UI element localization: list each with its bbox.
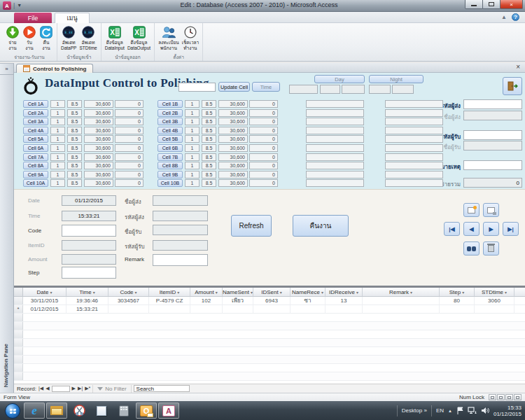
sort-dropdown-icon[interactable]: ▾ (280, 290, 282, 295)
help-icon[interactable]: ? (512, 13, 519, 21)
new-record-icon[interactable]: ▶* (85, 385, 90, 392)
detail-remark-input[interactable] (153, 254, 208, 266)
row-selector[interactable]: * (14, 305, 23, 313)
row-selector[interactable] (14, 347, 23, 355)
cell-button-cell-5b[interactable]: Cell 5B (158, 135, 183, 143)
cell-field[interactable]: 1 (185, 100, 200, 108)
cell-field[interactable]: 8.5 (202, 118, 216, 125)
table-row[interactable]: 30/11/201519:36:463034567P-4579 CZ102เพี… (14, 297, 525, 305)
cell-button-cell-4a[interactable]: Cell 4A (23, 127, 48, 134)
cell-field[interactable]: 8.5 (67, 127, 82, 134)
cell-button-cell-1a[interactable]: Cell 1A (23, 100, 48, 108)
table-cell[interactable]: 6943 (253, 297, 290, 304)
table-row-empty[interactable] (14, 356, 525, 364)
cell-field[interactable]: 8.5 (67, 118, 82, 125)
find-button[interactable] (463, 241, 479, 255)
cell-field[interactable]: 8.5 (67, 109, 82, 117)
cell-update-input[interactable] (178, 83, 216, 92)
cell-field[interactable]: 8.5 (202, 127, 216, 134)
taskbar-snipping-tool-icon[interactable] (69, 402, 90, 419)
column-header-stdtime[interactable]: STDtime▾ (475, 288, 514, 296)
volume-icon[interactable] (481, 407, 489, 414)
cell-field[interactable]: 30,600 (84, 135, 113, 143)
cell-field[interactable]: 0 (115, 109, 144, 117)
column-header-idsent[interactable]: IDSent▾ (253, 288, 290, 296)
table-row-empty[interactable] (14, 364, 525, 372)
cell-field[interactable]: 0 (115, 118, 144, 125)
table-row-empty[interactable] (14, 347, 525, 356)
update-stdtime-button[interactable]: 8:88 อัพเดท STDtime (78, 24, 97, 50)
cell-field[interactable]: 30,600 (84, 179, 113, 187)
table-cell[interactable]: P-4579 CZ (149, 297, 190, 304)
refresh-button[interactable]: Refresh (231, 215, 272, 237)
cell-button-cell-10a[interactable]: Cell 10A (23, 179, 48, 187)
cell-field[interactable]: 8.5 (202, 153, 216, 161)
cell-field[interactable]: 30,600 (218, 179, 248, 187)
minimize-button[interactable] (465, 0, 483, 9)
cell-field[interactable]: 8.5 (67, 179, 82, 187)
column-header-namesent[interactable]: NameSent▾ (223, 288, 253, 296)
table-cell[interactable] (363, 297, 440, 304)
cell-field[interactable]: 1 (50, 100, 65, 108)
update-cell-button[interactable]: Update Cell (218, 82, 250, 92)
cell-field[interactable]: 1 (50, 171, 65, 178)
cell-button-cell-9b[interactable]: Cell 9B (158, 171, 183, 178)
navigation-pane-shutter[interactable]: » Navigation Pane (0, 63, 14, 393)
column-header-namerece[interactable]: NameRece▾ (290, 288, 326, 296)
search-input[interactable]: Search (134, 385, 190, 392)
cell-field[interactable]: 1 (185, 118, 200, 125)
return-work-form-button[interactable]: คืนงาน (293, 215, 349, 237)
taskbar-access-icon[interactable]: A (158, 402, 179, 419)
table-cell[interactable]: 3060 (475, 297, 514, 304)
row-selector[interactable] (14, 314, 23, 321)
cell-field[interactable]: 30,600 (84, 162, 113, 169)
cell-field[interactable]: 8.5 (67, 135, 82, 143)
exit-button[interactable] (503, 77, 522, 95)
table-cell[interactable]: 3034567 (108, 297, 149, 304)
cell-field[interactable]: 0 (115, 144, 144, 152)
sort-dropdown-icon[interactable]: ▾ (321, 290, 323, 295)
row-selector[interactable] (14, 297, 23, 304)
last-record-icon[interactable]: ▶| (78, 385, 83, 392)
cell-field[interactable]: 30,600 (84, 127, 113, 134)
desktop-toolbar[interactable]: Desktop » (402, 407, 427, 414)
cell-field[interactable]: 0 (249, 144, 278, 152)
cell-field[interactable]: 1 (50, 144, 65, 152)
cell-field[interactable]: 1 (185, 109, 200, 117)
cell-button-cell-9a[interactable]: Cell 9A (23, 171, 48, 178)
table-cell[interactable]: 19:36:46 (66, 297, 108, 304)
language-indicator[interactable]: EN (436, 407, 444, 414)
cell-button-cell-10b[interactable]: Cell 10B (158, 179, 183, 187)
export-dataoutput-button[interactable]: X ดึงข้อมูล DataOutput (127, 24, 151, 50)
cell-button-cell-7a[interactable]: Cell 7A (23, 153, 48, 161)
return-work-button[interactable]: คืน งาน (38, 24, 54, 50)
row-selector[interactable] (14, 339, 23, 346)
tab-menu[interactable]: เมนู (55, 13, 90, 23)
cell-field[interactable]: 30,600 (84, 100, 113, 108)
cell-field[interactable]: 1 (185, 127, 200, 134)
cell-field[interactable]: 30,600 (218, 135, 248, 143)
table-cell[interactable] (363, 305, 440, 313)
cell-button-cell-6a[interactable]: Cell 6A (23, 144, 48, 152)
sort-dropdown-icon[interactable]: ▾ (50, 290, 52, 295)
cell-field[interactable]: 1 (50, 135, 65, 143)
cell-field[interactable]: 0 (249, 171, 278, 178)
maximize-button[interactable] (482, 0, 500, 9)
table-cell[interactable] (223, 305, 253, 313)
collapse-ribbon-icon[interactable]: ▲ (501, 14, 507, 20)
close-button[interactable]: × (500, 0, 523, 9)
cell-field[interactable]: 0 (115, 135, 144, 143)
row-selector[interactable] (14, 322, 23, 330)
taskbar-clock[interactable]: 15:33 01/12/2015 (493, 405, 522, 417)
cell-field[interactable]: 1 (185, 153, 200, 161)
table-row-empty[interactable] (14, 330, 525, 339)
sort-dropdown-icon[interactable]: ▾ (177, 290, 179, 295)
row-selector[interactable] (14, 330, 23, 338)
cell-field[interactable]: 1 (185, 162, 200, 169)
table-row-empty[interactable] (14, 339, 525, 347)
taskbar-sticky-notes-icon[interactable] (91, 402, 112, 419)
column-header-amount[interactable]: Amount▾ (190, 288, 223, 296)
access-logo-icon[interactable]: A (3, 1, 11, 10)
cell-field[interactable]: 1 (185, 171, 200, 178)
first-record-icon[interactable]: |◀ (38, 385, 43, 392)
